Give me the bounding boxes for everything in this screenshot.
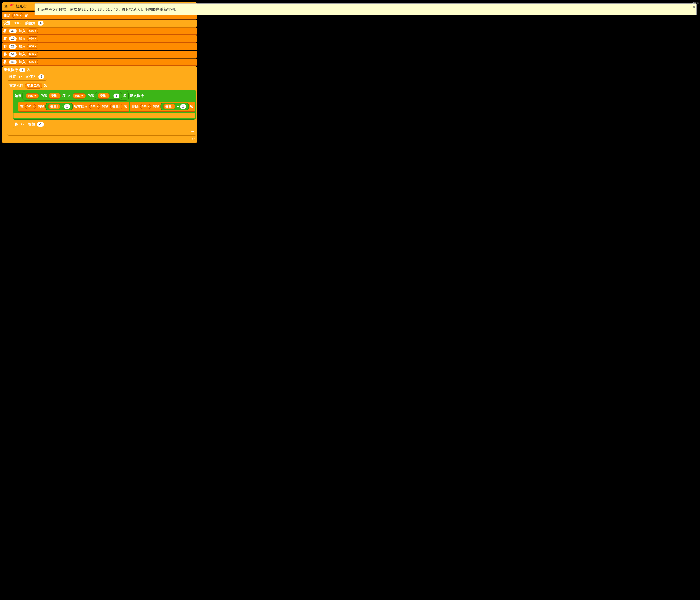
value-4[interactable]: 4: [38, 21, 44, 26]
repeat-inner-block[interactable]: 重复执行 变量 次数 次 如果: [7, 81, 196, 136]
add-46-block[interactable]: 将 46 加入 666: [2, 58, 197, 66]
minus-symbol: -: [111, 94, 112, 98]
condition-operator: 666 ▼ 的第 变量 i 项 > 666 ▼ 的第: [22, 91, 129, 101]
di-label-5: 的第: [153, 104, 159, 109]
repeat-outer-footer: ↩: [2, 136, 196, 142]
minus-expr-2: 变量 i - 1: [45, 103, 73, 110]
set-count-block[interactable]: 设置 次数 的值为 4: [2, 20, 197, 27]
xiang-label-2: 项: [123, 94, 126, 98]
repeat-outer-header: 重复执行 4 次: [2, 67, 196, 73]
shan-chu-label: 删除: [132, 104, 139, 109]
outer-arrow-icon: ↩: [192, 137, 195, 141]
value-5[interactable]: 5: [39, 74, 44, 79]
blocks-container: 当 🚩 被点击 删除 666 的 设置 次数 的值为 4 将 32 加入: [2, 2, 197, 143]
de-label: 的: [25, 13, 28, 18]
list-666-3[interactable]: 666: [27, 36, 39, 41]
list-666-6[interactable]: 666: [27, 59, 39, 64]
list-666-5[interactable]: 666: [27, 52, 39, 57]
jia-ru-4: 加入: [19, 52, 26, 57]
delete-label: 删除: [3, 13, 10, 18]
if-block[interactable]: 如果 666 ▼ 的第 变量 i 项 >: [13, 89, 196, 120]
value-32[interactable]: 32: [9, 29, 17, 33]
jiang-5: 将: [3, 60, 7, 64]
val-1-insert[interactable]: 1: [64, 104, 70, 109]
repeat-outer-block[interactable]: 重复执行 4 次 设置 i 的值为 5 重复执行: [2, 66, 197, 143]
hat-label: 当: [4, 3, 8, 9]
jia-ru-5: 加入: [19, 60, 26, 64]
jiang-2: 将: [3, 36, 7, 41]
zai-label: 在: [20, 104, 24, 109]
if-label: 如果: [15, 94, 21, 98]
minus-2: -: [62, 105, 63, 109]
delete-item-block[interactable]: 删除 666 的第 变量 i + 1 项: [130, 102, 195, 112]
plus-expr: 变量 i + 1: [160, 103, 189, 110]
di-label-1: 的第: [41, 94, 47, 98]
jiang-1: 将: [3, 29, 7, 33]
list-insert-2[interactable]: 666: [89, 104, 100, 109]
if-end-bar: [14, 113, 195, 119]
value-46[interactable]: 46: [9, 60, 17, 64]
jiang-3: 将: [3, 44, 7, 49]
value-neg1[interactable]: -1: [37, 122, 44, 127]
xiang-label-4: 项: [190, 104, 193, 109]
repeat-outer-count[interactable]: 4: [19, 68, 25, 72]
value-10[interactable]: 10: [9, 36, 17, 41]
inner-arrow-icon: ↩: [191, 129, 194, 134]
jia-ru-2: 加入: [19, 36, 26, 41]
na-me-label: 那么执行: [130, 94, 144, 98]
var-i-left: 变量 i: [49, 93, 60, 99]
set-i-block[interactable]: 设置 i 的值为 5: [7, 73, 47, 81]
xiang-label-1: 项: [62, 94, 66, 98]
var-i-dropdown-1[interactable]: i: [18, 75, 24, 79]
repeat-inner-body: 如果 666 ▼ 的第 变量 i 项 >: [13, 89, 196, 129]
add-10-block[interactable]: 将 10 加入 666: [2, 35, 197, 43]
repeat-inner-label: 重复执行: [9, 83, 23, 88]
list-right[interactable]: 666 ▼: [73, 93, 86, 99]
list-insert-1[interactable]: 666: [25, 104, 36, 109]
de-zhi-wei-2: 的值为: [26, 74, 36, 79]
de-zhi-wei-1: 的值为: [25, 21, 35, 26]
jiang-increment: 将: [15, 122, 18, 127]
add-28-block[interactable]: 将 28 加入 666: [2, 43, 197, 50]
xiang-label-3: 项: [124, 104, 127, 109]
plus-symbol: +: [177, 105, 179, 109]
hat-suffix: 被点击: [16, 3, 27, 9]
di-label-3: 的第: [38, 104, 44, 109]
list-delete[interactable]: 666: [140, 104, 151, 109]
list-666-4[interactable]: 666: [27, 44, 39, 49]
var-i-insert-2: 变量 i: [110, 104, 122, 109]
add-32-block[interactable]: 将 32 加入 666: [2, 27, 197, 35]
var-i-delete: 变量 i: [163, 104, 175, 109]
main-stack: 当 🚩 被点击 删除 666 的 设置 次数 的值为 4 将 32 加入: [2, 2, 197, 143]
set-label-1: 设置: [3, 21, 10, 26]
di-label-4: 的第: [102, 104, 108, 109]
zeng-jia-label: 增加: [28, 122, 35, 127]
flag-icon: 🚩: [9, 4, 14, 8]
gt-symbol: >: [68, 94, 70, 98]
add-51-block[interactable]: 将 51 加入 666: [2, 51, 197, 58]
value-1-minus[interactable]: 1: [114, 94, 119, 98]
if-header: 如果 666 ▼ 的第 变量 i 项 >: [14, 90, 195, 101]
var-count-dropdown[interactable]: 次数: [12, 21, 23, 26]
repeat-inner-footer: ↩: [8, 129, 196, 134]
var-i-dropdown-2[interactable]: i: [20, 122, 26, 127]
description-box: 列表中有5个数据，依次是32，10，28，51，46，将其按从大到小的顺序重新排…: [34, 3, 697, 15]
var-i-insert: 变量 i: [48, 104, 60, 109]
val-1-delete[interactable]: 1: [180, 104, 186, 109]
list-left[interactable]: 666 ▼: [26, 93, 39, 99]
increment-i-block[interactable]: 将 i 增加 -1: [13, 121, 46, 128]
if-body: 在 666 的第 变量 i - 1 项前插入: [18, 101, 195, 113]
list-666-2[interactable]: 666: [27, 28, 39, 33]
close-button[interactable]: ×: [693, 5, 695, 10]
jiang-4: 将: [3, 52, 7, 57]
value-28[interactable]: 28: [9, 44, 17, 49]
repeat-outer-unit: 次: [27, 68, 30, 72]
minus-expression: 变量 i - 1: [95, 92, 122, 100]
value-51[interactable]: 51: [9, 52, 17, 57]
di-label-2: 的第: [88, 94, 94, 98]
xiang-qian-label: 项前插入: [74, 104, 88, 109]
list-666-dropdown-1[interactable]: 666: [12, 13, 23, 18]
repeat-outer-body: 设置 i 的值为 5 重复执行 变量 次数 次: [7, 73, 196, 136]
repeat-inner-header: 重复执行 变量 次数 次: [8, 82, 196, 89]
insert-block[interactable]: 在 666 的第 变量 i - 1 项前插入: [18, 102, 129, 112]
